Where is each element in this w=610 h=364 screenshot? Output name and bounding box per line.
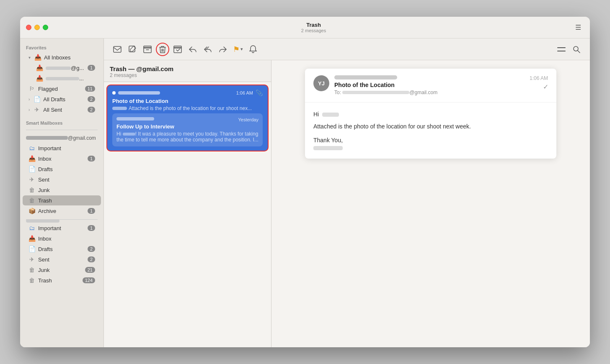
email-body-text: Attached is the photo of the location fo… <box>313 122 548 131</box>
sidebar-item-drafts-a2[interactable]: 📄 Drafts 2 <box>23 244 101 254</box>
sent-icon-a1: ✈ <box>28 176 35 183</box>
trash-label-a1: Trash <box>38 197 95 204</box>
reply-all-icon[interactable] <box>201 43 215 56</box>
all-sent-label: All Sent <box>43 107 85 113</box>
sidebar: Favorites ▾ 📥 All Inboxes 📥 @g... 1 📥 . <box>20 38 104 347</box>
email-card-time: 1:06 AM <box>530 75 548 81</box>
sidebar-item-inbox-1[interactable]: 📥 @g... 1 <box>23 63 101 73</box>
inbox-sub-icon: 📥 <box>36 64 43 71</box>
email-time-2: Yesterday <box>238 117 258 122</box>
chevron-sent-icon: › <box>28 108 30 112</box>
notification-icon[interactable] <box>246 43 260 56</box>
trash-label-a2: Trash <box>38 277 80 284</box>
important-badge-a2: 1 <box>88 225 95 231</box>
all-sent-badge: 2 <box>88 107 95 113</box>
flag-chevron: ▾ <box>240 46 243 52</box>
email-preview-1: Attached is the photo of the location fo… <box>112 105 263 111</box>
email-card-time-meta: 1:06 AM ✓ <box>514 75 548 88</box>
email-subject-2: Follow Up to Interview <box>116 123 258 130</box>
email-items: 1:06 AM 📎 Photo of the Location Attached… <box>104 82 271 347</box>
mail-window: Trash 2 messages ☰ Favorites ▾ 📥 All Inb… <box>20 17 590 347</box>
sent-icon-a2: ✈ <box>28 256 35 263</box>
drafts-icon-a2: 📄 <box>28 246 35 252</box>
sender-bar-2 <box>116 117 154 120</box>
titlebar-right: ☰ <box>572 22 584 33</box>
reply-icon[interactable] <box>186 43 199 56</box>
junk-label-a1: Junk <box>38 187 95 193</box>
close-button[interactable] <box>26 25 31 30</box>
sidebar-item-inbox-2[interactable]: 📥 ... <box>23 73 101 83</box>
trash-toolbar-icon[interactable] <box>156 43 169 56</box>
sidebar-item-inbox-a2[interactable]: 📥 Inbox <box>23 233 101 244</box>
search-icon[interactable] <box>570 43 583 56</box>
sidebar-item-inbox-a1[interactable]: 📥 Inbox 1 <box>23 154 101 164</box>
flag-button[interactable]: ⚑ ▾ <box>231 43 245 56</box>
maximize-button[interactable] <box>43 25 48 30</box>
email-card-from-row: YJ Photo of the Location To: @gmail.com <box>313 75 548 95</box>
sent-indicator: ✓ <box>543 83 548 88</box>
sidebar-item-drafts-a1[interactable]: 📄 Drafts <box>23 164 101 174</box>
smart-mailboxes-label: Smart Mailboxes <box>20 118 103 127</box>
email-card: YJ Photo of the Location To: @gmail.com <box>305 69 556 159</box>
notes-icon[interactable]: ☰ <box>572 22 584 33</box>
sidebar-item-junk-a2[interactable]: 🗑 Junk 21 <box>23 265 101 275</box>
email-item-2[interactable]: Yesterday Follow Up to Interview Hi ! It… <box>112 113 263 146</box>
sidebar-item-trash-a1[interactable]: 🗑 Trash <box>23 195 101 205</box>
sidebar-item-archive-a1[interactable]: 📦 Archive 1 <box>23 206 101 216</box>
inbox-sub2-icon: 📥 <box>36 75 43 82</box>
unread-dot-1 <box>112 91 116 95</box>
email-card-meta: Photo of the Location To: @gmail.com <box>334 75 509 95</box>
sidebar-item-sent-a2[interactable]: ✈ Sent 2 <box>23 254 101 264</box>
recipient-bar <box>322 113 339 117</box>
sidebar-item-all-drafts[interactable]: › 📄 All Drafts 2 <box>23 94 101 104</box>
inbox-label-a1: Inbox <box>38 156 85 162</box>
email-card-subject: Photo of the Location <box>334 82 509 88</box>
email-item-1[interactable]: 1:06 AM 📎 Photo of the Location Attached… <box>106 85 269 151</box>
flagged-label: Flagged <box>38 86 82 92</box>
email-body-greeting: Hi <box>313 111 548 118</box>
drafts-label-a2: Drafts <box>38 246 85 252</box>
inbox-icon-a1: 📥 <box>28 155 35 162</box>
move-junk-icon[interactable] <box>171 43 184 56</box>
forward-icon[interactable] <box>216 43 230 56</box>
minimize-button[interactable] <box>34 25 40 30</box>
junk-label-a2: Junk <box>38 267 82 273</box>
sidebar-item-important-1[interactable]: 🗂 Important <box>23 143 101 153</box>
inbox-1-label: @g... <box>46 65 85 71</box>
attachment-icon: 📎 <box>256 90 263 96</box>
divider-1 <box>26 130 98 130</box>
email-list-count: 2 messages <box>110 72 265 78</box>
sidebar-item-flagged[interactable]: 🏳 Flagged 11 <box>23 84 101 94</box>
archive-toolbar-icon[interactable] <box>141 43 154 56</box>
more-icon[interactable] <box>555 43 568 56</box>
sidebar-item-junk-a1[interactable]: 🗑 Junk <box>23 185 101 195</box>
avatar: YJ <box>313 75 329 91</box>
inbox-1-badge: 1 <box>88 65 95 71</box>
svg-point-6 <box>574 46 578 51</box>
traffic-lights <box>26 25 48 30</box>
important-icon-1: 🗂 <box>28 145 35 151</box>
toolbar: ⚑ ▾ <box>104 38 590 60</box>
important-icon-a2: 🗂 <box>28 225 35 231</box>
email-body-thanks: Thank You, <box>313 137 548 144</box>
sidebar-item-important-a2[interactable]: 🗂 Important 1 <box>23 223 101 233</box>
trash-icon-a2: 🗑 <box>28 277 35 284</box>
flag-sidebar-icon: 🏳 <box>28 85 35 92</box>
sidebar-item-all-inboxes[interactable]: ▾ 📥 All Inboxes <box>23 52 101 62</box>
favorites-label: Favorites <box>20 43 103 52</box>
flag-icon: ⚑ <box>233 45 240 54</box>
drafts-badge-a2: 2 <box>88 246 95 252</box>
trash-icon-a1: 🗑 <box>28 197 35 204</box>
junk-icon-a1: 🗑 <box>28 187 35 193</box>
titlebar-subtitle: 2 messages <box>301 28 326 33</box>
titlebar-title: Trash <box>306 22 321 28</box>
inbox-icon: 📥 <box>34 54 41 61</box>
sidebar-item-all-sent[interactable]: › ✈ All Sent 2 <box>23 105 101 115</box>
drafts-icon-a1: 📄 <box>28 166 35 172</box>
sidebar-item-sent-a1[interactable]: ✈ Sent <box>23 174 101 185</box>
compose-icon[interactable] <box>126 43 139 56</box>
new-message-icon[interactable] <box>111 43 124 56</box>
flagged-badge: 11 <box>85 86 95 92</box>
sidebar-item-trash-a2[interactable]: 🗑 Trash 124 <box>23 275 101 285</box>
all-drafts-badge: 2 <box>88 96 95 102</box>
